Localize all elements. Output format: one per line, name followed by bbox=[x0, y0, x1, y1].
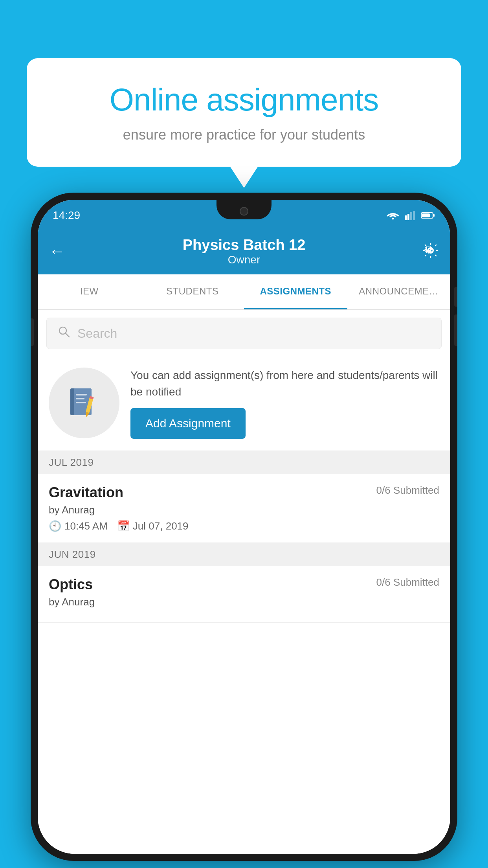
assignment-icon-circle bbox=[49, 368, 119, 438]
wifi-icon bbox=[387, 211, 399, 220]
search-magnifier-icon bbox=[58, 326, 70, 338]
content-area: Search bbox=[38, 310, 450, 854]
gear-icon bbox=[422, 242, 439, 259]
calendar-icon: 📅 bbox=[117, 520, 130, 532]
volume-up-button bbox=[454, 314, 457, 346]
assignment-time: 🕙 10:45 AM bbox=[49, 520, 108, 532]
back-button[interactable]: ← bbox=[49, 242, 65, 261]
speech-bubble: Online assignments ensure more practice … bbox=[27, 58, 461, 167]
promo-right: You can add assignment(s) from here and … bbox=[130, 367, 439, 439]
svg-line-10 bbox=[66, 333, 69, 337]
app-header: ← Physics Batch 12 Owner bbox=[38, 228, 450, 274]
svg-rect-6 bbox=[433, 214, 435, 217]
optics-submitted: 0/6 Submitted bbox=[376, 576, 439, 588]
phone-screen: 14:29 bbox=[38, 200, 450, 854]
front-camera bbox=[240, 207, 248, 215]
assignment-item-optics[interactable]: Optics 0/6 Submitted by Anurag bbox=[38, 566, 450, 623]
add-assignment-button[interactable]: Add Assignment bbox=[130, 408, 246, 439]
svg-rect-2 bbox=[407, 214, 409, 220]
svg-rect-14 bbox=[76, 394, 87, 395]
status-time: 14:29 bbox=[53, 209, 80, 222]
assignment-item-gravitation[interactable]: Gravitation 0/6 Submitted by Anurag 🕙 10… bbox=[38, 474, 450, 543]
promo-description: You can add assignment(s) from here and … bbox=[130, 367, 439, 400]
svg-rect-16 bbox=[76, 402, 86, 403]
header-title-area: Physics Batch 12 Owner bbox=[183, 237, 306, 266]
bubble-title: Online assignments bbox=[58, 82, 430, 118]
tab-assignments[interactable]: ASSIGNMENTS bbox=[244, 274, 347, 309]
svg-rect-4 bbox=[413, 211, 415, 220]
assignment-name: Gravitation bbox=[49, 484, 123, 501]
svg-point-0 bbox=[392, 218, 394, 220]
assignment-submitted: 0/6 Submitted bbox=[376, 484, 439, 497]
jun-2019-header: JUN 2019 bbox=[38, 543, 450, 566]
tab-announcements[interactable]: ANNOUNCEME… bbox=[347, 274, 451, 309]
optics-name: Optics bbox=[49, 576, 93, 593]
status-icons bbox=[387, 211, 435, 220]
assignment-top-row: Gravitation 0/6 Submitted bbox=[49, 484, 439, 501]
bubble-subtitle: ensure more practice for your students bbox=[58, 127, 430, 143]
notch bbox=[216, 200, 272, 219]
phone-frame: 14:29 bbox=[31, 193, 457, 861]
notebook-icon bbox=[66, 385, 102, 421]
assignment-meta: 🕙 10:45 AM 📅 Jul 07, 2019 bbox=[49, 520, 439, 532]
date-value: Jul 07, 2019 bbox=[133, 520, 189, 532]
assignment-by: by Anurag bbox=[49, 504, 439, 516]
battery-icon bbox=[421, 211, 435, 219]
tab-iew[interactable]: IEW bbox=[38, 274, 141, 309]
batch-title: Physics Batch 12 bbox=[183, 237, 306, 254]
optics-by: by Anurag bbox=[49, 596, 439, 608]
promo-section: You can add assignment(s) from here and … bbox=[38, 355, 450, 451]
assignment-date: 📅 Jul 07, 2019 bbox=[117, 520, 189, 532]
search-placeholder: Search bbox=[77, 326, 117, 341]
volume-button bbox=[31, 318, 34, 346]
settings-button[interactable] bbox=[422, 242, 439, 261]
time-value: 10:45 AM bbox=[64, 520, 108, 532]
tabs-bar: IEW STUDENTS ASSIGNMENTS ANNOUNCEME… bbox=[38, 274, 450, 310]
power-button bbox=[454, 287, 457, 307]
svg-rect-15 bbox=[76, 398, 84, 399]
signal-icon bbox=[405, 211, 416, 220]
jul-2019-header: JUL 2019 bbox=[38, 451, 450, 474]
svg-rect-1 bbox=[405, 215, 407, 220]
search-bar[interactable]: Search bbox=[46, 318, 442, 349]
clock-icon: 🕙 bbox=[49, 520, 61, 532]
svg-rect-7 bbox=[422, 213, 430, 217]
owner-label: Owner bbox=[183, 254, 306, 266]
search-icon bbox=[58, 326, 70, 341]
svg-rect-13 bbox=[70, 388, 74, 415]
speech-bubble-area: Online assignments ensure more practice … bbox=[27, 58, 461, 167]
tab-students[interactable]: STUDENTS bbox=[141, 274, 244, 309]
assignment-top-row-optics: Optics 0/6 Submitted bbox=[49, 576, 439, 593]
svg-rect-3 bbox=[410, 212, 412, 220]
